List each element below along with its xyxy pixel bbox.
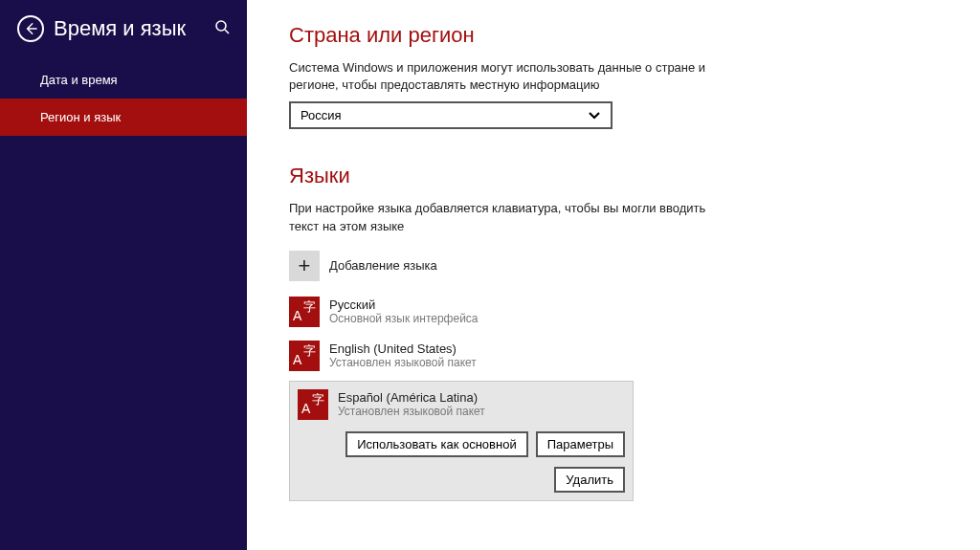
region-section-desc: Система Windows и приложения могут испол… bbox=[289, 59, 720, 94]
language-icon: A字 bbox=[289, 297, 320, 327]
language-info: Русский Основной язык интерфейса bbox=[329, 297, 479, 325]
region-section-title: Страна или регион bbox=[289, 23, 938, 48]
language-info: English (United States) Установлен языко… bbox=[329, 341, 477, 369]
language-sub: Основной язык интерфейса bbox=[329, 312, 479, 325]
back-button[interactable] bbox=[17, 15, 44, 42]
main-content: Страна или регион Система Windows и прил… bbox=[247, 0, 980, 550]
options-button[interactable]: Параметры bbox=[536, 431, 625, 457]
region-dropdown-value: Россия bbox=[301, 108, 342, 122]
region-dropdown[interactable]: Россия bbox=[289, 101, 612, 129]
language-sub: Установлен языковой пакет bbox=[329, 356, 477, 369]
add-language-button[interactable]: + Добавление языка bbox=[289, 251, 634, 281]
language-name: Español (América Latina) bbox=[338, 390, 485, 405]
set-primary-button[interactable]: Использовать как основной bbox=[345, 431, 528, 457]
nav-item-date-time[interactable]: Дата и время bbox=[0, 61, 247, 99]
remove-button[interactable]: Удалить bbox=[554, 467, 625, 493]
language-name: English (United States) bbox=[329, 341, 477, 356]
languages-section-desc: При настройке языка добавляется клавиату… bbox=[289, 200, 720, 234]
page-title: Время и язык bbox=[54, 16, 214, 41]
language-icon: A字 bbox=[289, 341, 320, 371]
svg-line-1 bbox=[225, 30, 229, 33]
language-name: Русский bbox=[329, 297, 479, 312]
nav-item-region-language[interactable]: Регион и язык bbox=[0, 99, 247, 136]
back-arrow-icon bbox=[24, 22, 37, 35]
sidebar-header: Время и язык bbox=[0, 0, 247, 61]
languages-section-title: Языки bbox=[289, 164, 938, 188]
svg-point-0 bbox=[216, 21, 226, 31]
sidebar: Время и язык Дата и время Регион и язык bbox=[0, 0, 247, 550]
search-button[interactable] bbox=[214, 19, 230, 38]
language-item-english[interactable]: A字 English (United States) Установлен яз… bbox=[289, 337, 634, 375]
search-icon bbox=[214, 19, 230, 34]
add-language-label: Добавление языка bbox=[329, 258, 437, 273]
language-info: Español (América Latina) Установлен язык… bbox=[338, 390, 485, 418]
language-sub: Установлен языковой пакет bbox=[338, 405, 485, 418]
language-item-russian[interactable]: A字 Русский Основной язык интерфейса bbox=[289, 293, 634, 331]
language-actions: Использовать как основной Параметры Удал… bbox=[298, 431, 625, 493]
language-icon: A字 bbox=[298, 389, 328, 420]
chevron-down-icon bbox=[588, 111, 601, 121]
language-item-spanish[interactable]: A字 Español (América Latina) Установлен я… bbox=[289, 381, 634, 501]
plus-icon: + bbox=[289, 251, 320, 281]
